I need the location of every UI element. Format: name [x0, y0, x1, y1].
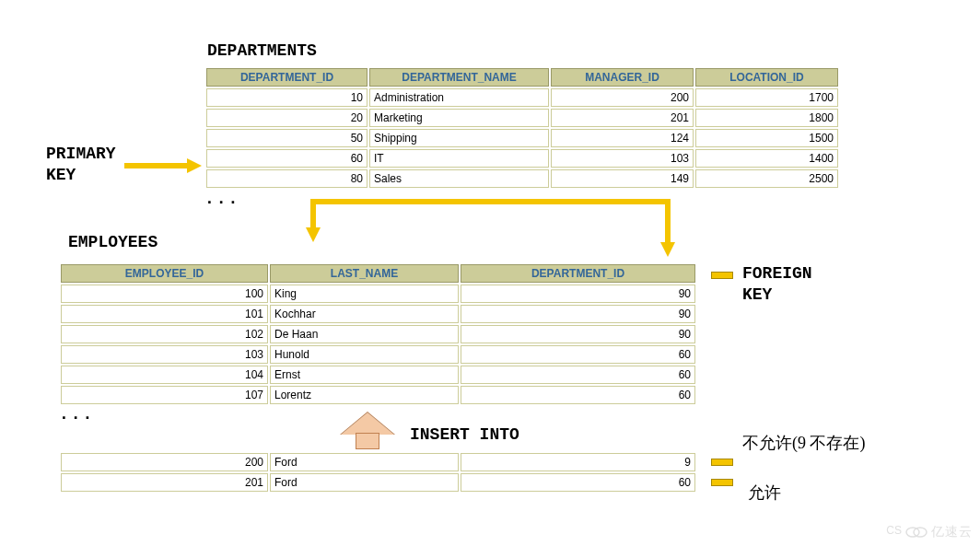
emp-hdr-id: EMPLOYEE_ID: [61, 264, 268, 283]
employees-table: EMPLOYEE_ID LAST_NAME DEPARTMENT_ID 100 …: [59, 262, 697, 406]
emp-hdr-name: LAST_NAME: [270, 264, 459, 283]
insert-table: 200 Ford 9 201 Ford 60: [59, 451, 697, 494]
svg-point-5: [914, 528, 927, 537]
foreign-key-label-line2: KEY: [742, 285, 772, 304]
relation-arrow-icon: [299, 189, 686, 262]
connector-bar-icon: [711, 272, 733, 279]
table-row: 60 IT 103 1400: [206, 149, 838, 168]
table-row: 103 Hunold 60: [61, 345, 695, 364]
dept-hdr-name: DEPARTMENT_NAME: [369, 68, 549, 87]
connector-bar-icon: [711, 459, 733, 466]
primary-key-label-line1: PRIMARY: [46, 145, 116, 163]
table-row: 200 Ford 9: [61, 453, 695, 471]
emp-ellipsis: ...: [59, 405, 94, 424]
svg-marker-2: [306, 227, 321, 242]
departments-title: DEPARTMENTS: [207, 41, 317, 60]
watermark: 亿速云: [905, 524, 973, 540]
svg-point-4: [906, 528, 919, 537]
dept-ellipsis: ...: [204, 190, 239, 208]
primary-key-label-line2: KEY: [46, 166, 76, 184]
dept-hdr-id: DEPARTMENT_ID: [206, 68, 368, 87]
insert-into-label: INSERT INTO: [410, 425, 519, 444]
arrow-right-icon: [124, 157, 203, 175]
table-row: 20 Marketing 201 1800: [206, 109, 838, 127]
dept-hdr-loc: LOCATION_ID: [695, 68, 838, 87]
table-row: 104 Ernst 60: [61, 366, 695, 384]
svg-marker-3: [660, 242, 675, 257]
insert-arrow-icon: [341, 412, 394, 451]
table-row: 102 De Haan 90: [61, 325, 695, 343]
employees-title: EMPLOYEES: [68, 233, 158, 251]
emp-hdr-dept: DEPARTMENT_ID: [461, 264, 695, 283]
table-row: 80 Sales 149 2500: [206, 169, 838, 188]
departments-table: DEPARTMENT_ID DEPARTMENT_NAME MANAGER_ID…: [204, 66, 840, 190]
table-row: 10 Administration 200 1700: [206, 88, 838, 107]
table-row: 100 King 90: [61, 285, 695, 303]
allow-label: 允许: [748, 482, 781, 504]
connector-bar-icon: [711, 479, 733, 486]
svg-marker-1: [187, 158, 202, 173]
faint-text: CS: [886, 524, 902, 537]
table-row: 101 Kochhar 90: [61, 305, 695, 323]
foreign-key-label-line1: FOREIGN: [742, 264, 812, 283]
dept-hdr-mgr: MANAGER_ID: [551, 68, 694, 87]
table-row: 201 Ford 60: [61, 473, 695, 492]
disallow-label: 不允许(9 不存在): [742, 433, 890, 453]
table-row: 107 Lorentz 60: [61, 386, 695, 404]
table-row: 50 Shipping 124 1500: [206, 129, 838, 147]
